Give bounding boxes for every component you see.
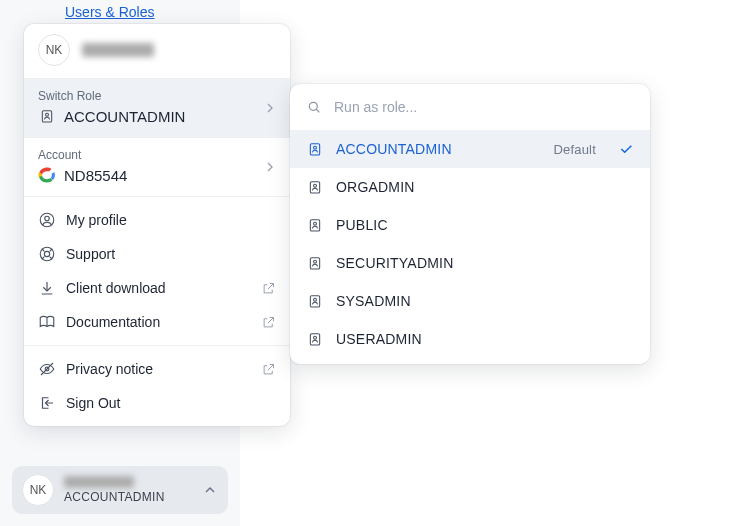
switch-role-row[interactable]: Switch Role ACCOUNTADMIN	[24, 79, 290, 137]
role-name: SECURITYADMIN	[336, 255, 453, 271]
account-row[interactable]: Account ND85544	[24, 138, 290, 196]
role-item[interactable]: ORGADMIN	[290, 168, 650, 206]
role-badge-icon	[306, 216, 324, 234]
role-search-row	[290, 84, 650, 130]
svg-point-11	[314, 184, 317, 187]
avatar: NK	[38, 34, 70, 66]
current-role-value: ACCOUNTADMIN	[64, 108, 185, 125]
role-name: SYSADMIN	[336, 293, 411, 309]
role-switch-panel: ACCOUNTADMINDefaultORGADMINPUBLICSECURIT…	[290, 84, 650, 364]
support-item[interactable]: Support	[24, 237, 290, 271]
user-menu-panel: NK Switch Role ACCOUNTADMIN	[24, 24, 290, 426]
user-circle-icon	[38, 211, 56, 229]
svg-point-19	[314, 336, 317, 339]
search-icon	[306, 99, 322, 115]
role-name: ORGADMIN	[336, 179, 415, 195]
menu-group-footer: Privacy notice Sign Out	[24, 346, 290, 426]
svg-point-15	[314, 260, 317, 263]
svg-point-7	[309, 102, 317, 110]
account-id-value: ND85544	[64, 167, 127, 184]
role-badge-icon	[306, 292, 324, 310]
role-search-input[interactable]	[332, 98, 634, 116]
svg-point-5	[44, 251, 49, 256]
cloud-provider-icon	[38, 166, 56, 184]
menu-label: Support	[66, 246, 115, 262]
menu-label: Client download	[66, 280, 166, 296]
role-item[interactable]: ACCOUNTADMINDefault	[290, 130, 650, 168]
my-profile-item[interactable]: My profile	[24, 203, 290, 237]
documentation-item[interactable]: Documentation	[24, 305, 290, 339]
svg-point-3	[45, 216, 50, 221]
current-role-label: ACCOUNTADMIN	[64, 490, 192, 504]
client-download-item[interactable]: Client download	[24, 271, 290, 305]
external-link-icon	[261, 281, 276, 296]
role-name: PUBLIC	[336, 217, 388, 233]
external-link-icon	[261, 315, 276, 330]
username-redacted	[64, 476, 134, 488]
chevron-right-icon	[262, 159, 278, 175]
download-icon	[38, 279, 56, 297]
menu-label: My profile	[66, 212, 127, 228]
privacy-notice-item[interactable]: Privacy notice	[24, 352, 290, 386]
menu-label: Privacy notice	[66, 361, 153, 377]
svg-point-1	[46, 113, 49, 116]
role-item[interactable]: USERADMIN	[290, 320, 650, 358]
chevron-right-icon	[262, 100, 278, 116]
lifebuoy-icon	[38, 245, 56, 263]
role-item[interactable]: SYSADMIN	[290, 282, 650, 320]
eye-off-icon	[38, 360, 56, 378]
role-badge-icon	[38, 107, 56, 125]
role-badge-icon	[306, 330, 324, 348]
switch-role-label: Switch Role	[38, 89, 276, 103]
user-chip[interactable]: NK ACCOUNTADMIN	[12, 466, 228, 514]
svg-point-13	[314, 222, 317, 225]
username-redacted	[82, 43, 154, 57]
sign-out-icon	[38, 394, 56, 412]
external-link-icon	[261, 362, 276, 377]
account-label: Account	[38, 148, 276, 162]
role-item[interactable]: SECURITYADMIN	[290, 244, 650, 282]
menu-group-profile: My profile Support Client download	[24, 197, 290, 345]
users-and-roles-link[interactable]: Users & Roles	[65, 4, 154, 20]
role-list: ACCOUNTADMINDefaultORGADMINPUBLICSECURIT…	[290, 130, 650, 364]
chevron-up-icon	[202, 482, 218, 498]
svg-point-9	[314, 146, 317, 149]
role-name: USERADMIN	[336, 331, 422, 347]
role-badge-icon	[306, 178, 324, 196]
role-item[interactable]: PUBLIC	[290, 206, 650, 244]
menu-label: Documentation	[66, 314, 160, 330]
check-icon	[618, 141, 634, 157]
svg-point-17	[314, 298, 317, 301]
sign-out-item[interactable]: Sign Out	[24, 386, 290, 420]
user-info-row: NK	[24, 24, 290, 78]
avatar: NK	[22, 474, 54, 506]
default-tag: Default	[553, 142, 596, 157]
role-badge-icon	[306, 140, 324, 158]
menu-label: Sign Out	[66, 395, 120, 411]
role-badge-icon	[306, 254, 324, 272]
role-name: ACCOUNTADMIN	[336, 141, 452, 157]
book-icon	[38, 313, 56, 331]
